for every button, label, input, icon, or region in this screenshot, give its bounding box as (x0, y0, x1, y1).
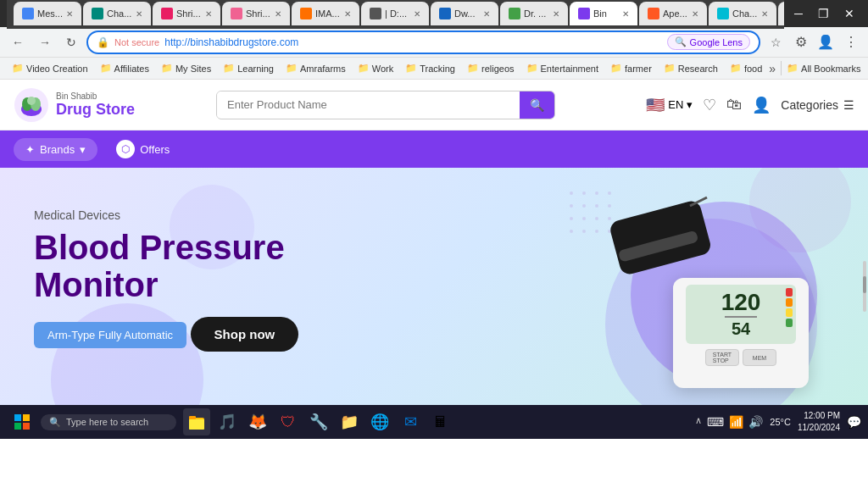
bookmark-food[interactable]: 📁 food (725, 61, 767, 75)
address-text[interactable]: http://binshabibdrugstore.com (164, 36, 661, 48)
taskbar-app-calc[interactable]: 🖩 (427, 408, 454, 435)
tab-2[interactable]: Cha... ✕ (83, 2, 151, 25)
wifi-icon[interactable]: 📶 (729, 415, 743, 429)
tab-favicon-4 (231, 8, 242, 19)
menu-button[interactable]: ⋮ (841, 30, 861, 53)
hero-content: Medical Devices Blood Pressure Monitor A… (34, 208, 512, 365)
taskbar-app-tool[interactable]: 🔧 (305, 408, 332, 435)
reload-button[interactable]: ↻ (61, 32, 81, 53)
mail-icon: ✉ (404, 413, 417, 431)
restore-button[interactable]: ❐ (811, 3, 836, 24)
bp-start-button[interactable]: STARTSTOP (705, 349, 739, 366)
bookmark-affiliates[interactable]: 📁 Affiliates (95, 61, 154, 75)
bp-readings: 120 54 (721, 291, 761, 339)
taskbar-app-folder[interactable]: 📁 (336, 408, 363, 435)
all-bookmarks-button[interactable]: 📁 All Bookmarks (781, 61, 865, 75)
bookmark-farmer[interactable]: 📁 farmer (605, 61, 657, 75)
google-lens-label: Google Lens (690, 37, 743, 47)
address-bar[interactable]: 🔒 Not secure http://binshabibdrugstore.c… (86, 30, 760, 54)
bp-mem-button[interactable]: MEM (743, 349, 776, 366)
keyboard-icon[interactable]: ⌨ (707, 415, 724, 429)
tab-close-6[interactable]: ✕ (414, 9, 420, 19)
up-arrow-icon[interactable]: ∧ (695, 415, 702, 429)
google-lens-button[interactable]: 🔍 Google Lens (667, 34, 750, 50)
start-button[interactable] (7, 410, 37, 434)
logo-name: Drug Store (56, 101, 135, 119)
tab-label-8: Dr. ... (524, 8, 546, 19)
bp-buttons: STARTSTOP MEM (705, 349, 776, 366)
tab-6[interactable]: | D:... ✕ (361, 2, 429, 25)
tab-3[interactable]: Shri... ✕ (153, 2, 220, 25)
shop-now-button[interactable]: Shop now (191, 317, 299, 352)
taskbar-app-mail[interactable]: ✉ (397, 408, 424, 435)
tab-close-5[interactable]: ✕ (344, 9, 351, 19)
bookmark-research[interactable]: 📁 Research (659, 61, 723, 75)
search-input[interactable] (217, 92, 520, 118)
cart-icon[interactable]: 🛍 (726, 96, 742, 114)
taskbar-app-edge[interactable]: 🌐 (366, 408, 393, 435)
forward-button[interactable]: → (34, 32, 56, 53)
bookmark-learning[interactable]: 📁 Learning (218, 61, 279, 75)
categories-button[interactable]: Categories ☰ (781, 98, 854, 112)
wishlist-icon[interactable]: ♡ (703, 96, 716, 114)
brands-button[interactable]: ✦ Brands ▾ (14, 138, 97, 161)
notification-icon[interactable]: 💬 (847, 415, 861, 429)
nav-right-controls: ⚙ 👤 ⋮ (792, 30, 861, 53)
hero-title-line1: Blood Pressure (34, 229, 285, 266)
tab-close-1[interactable]: ✕ (66, 9, 73, 19)
bookmark-label: food (744, 64, 762, 74)
tab-8[interactable]: Dr. ... ✕ (500, 2, 568, 25)
tab-7[interactable]: Dw... ✕ (431, 2, 498, 25)
hero-title: Blood Pressure Monitor (34, 229, 512, 303)
site-header: Bin Shabib Drug Store 🔍 🇺🇸 EN ▾ ♡ 🛍 👤 (0, 80, 868, 130)
bookmark-amrafarms[interactable]: 📁 Amrafarms (281, 61, 351, 75)
back-button[interactable]: ← (7, 32, 29, 53)
time-display: 12:00 PM (798, 410, 840, 422)
user-icon[interactable]: 👤 (752, 96, 771, 114)
search-bar[interactable]: 🔍 (216, 91, 555, 119)
tab-close-7[interactable]: ✕ (483, 9, 490, 19)
scroll-indicator[interactable] (863, 261, 866, 312)
tool-icon: 🔧 (309, 413, 328, 431)
tab-5[interactable]: IMA... ✕ (292, 2, 359, 25)
bookmark-video-creation[interactable]: 📁 Video Creation (7, 61, 93, 75)
tab-10[interactable]: Ape... ✕ (639, 2, 707, 25)
taskbar-app-explorer[interactable] (183, 408, 210, 435)
tab-close-8[interactable]: ✕ (553, 9, 559, 19)
taskbar-app-spotify[interactable]: 🎵 (214, 408, 241, 435)
profile-button[interactable]: 👤 (814, 30, 837, 53)
volume-icon[interactable]: 🔊 (748, 415, 763, 429)
tab-close-3[interactable]: ✕ (205, 9, 212, 19)
taskbar-app-shield[interactable]: 🛡 (275, 408, 302, 435)
bookmark-star-button[interactable]: ☆ (765, 32, 787, 53)
extensions-button[interactable]: ⚙ (792, 30, 810, 53)
bookmarks-more-button[interactable]: » (769, 62, 776, 75)
bookmark-my-sites[interactable]: 📁 My Sites (156, 61, 216, 75)
search-button[interactable]: 🔍 (520, 92, 554, 119)
tab-12[interactable]: Adc... ✕ (778, 2, 784, 25)
shield-icon: 🛡 (281, 413, 296, 431)
bp-color-bar (786, 288, 793, 327)
tab-close-2[interactable]: ✕ (136, 9, 142, 19)
language-selector[interactable]: 🇺🇸 EN ▾ (646, 96, 693, 114)
minimize-button[interactable]: ─ (787, 3, 810, 24)
tab-9[interactable]: Bin ✕ (570, 2, 637, 25)
bookmark-work[interactable]: 📁 Work (353, 61, 398, 75)
tab-1[interactable]: Mes... ✕ (14, 2, 81, 25)
tab-close-9[interactable]: ✕ (622, 9, 629, 19)
tab-11[interactable]: Cha... ✕ (709, 2, 776, 25)
bookmark-tracking[interactable]: 📁 Tracking (400, 61, 460, 75)
bookmark-entertainment[interactable]: 📁 Entertainment (521, 61, 604, 75)
close-button[interactable]: ✕ (837, 3, 861, 24)
tab-close-11[interactable]: ✕ (761, 9, 768, 19)
bookmarks-bar: 📁 Video Creation 📁 Affiliates 📁 My Sites… (0, 58, 868, 80)
offers-button[interactable]: ⬡ Offers (104, 135, 181, 164)
tab-close-10[interactable]: ✕ (692, 9, 698, 19)
tab-close-4[interactable]: ✕ (275, 9, 281, 19)
bookmark-religeos[interactable]: 📁 religeos (462, 61, 520, 75)
taskbar-app-firefox[interactable]: 🦊 (244, 408, 271, 435)
tab-favicon-2 (92, 8, 103, 19)
taskbar-clock[interactable]: 12:00 PM 11/20/2024 (798, 410, 840, 434)
tab-4[interactable]: Shri... ✕ (222, 2, 290, 25)
taskbar-search[interactable]: 🔍 Type here to search (41, 414, 176, 430)
